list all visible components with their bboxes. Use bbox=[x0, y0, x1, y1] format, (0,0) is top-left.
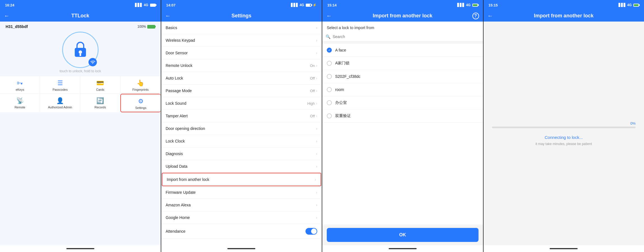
diagnosis-right: › bbox=[316, 151, 317, 156]
records-label: Records bbox=[94, 106, 106, 109]
nav-item-passcodes[interactable]: ☰ Passcodes bbox=[40, 76, 80, 94]
header-title-1: TTLock bbox=[71, 13, 89, 19]
google-right: › bbox=[316, 215, 317, 220]
lock-item-a-home[interactable]: A家门锁 bbox=[322, 57, 483, 70]
import-from-lock-label: Import from another lock bbox=[167, 177, 209, 182]
network-type-3: 4G bbox=[466, 3, 470, 7]
lock-item-office[interactable]: 办公室 bbox=[322, 96, 483, 109]
progress-percent: 0% bbox=[630, 121, 636, 125]
help-button-3[interactable]: ? bbox=[472, 13, 479, 19]
door-sensor-label: Door Sensor bbox=[166, 51, 188, 55]
nav-item-ekeys[interactable]: 🗝 eKeys bbox=[0, 76, 40, 94]
auto-lock-label: Auto Lock bbox=[166, 76, 183, 80]
search-bar: 🔍 bbox=[322, 32, 483, 41]
nav-item-fingerprints[interactable]: 👆 Fingerprints bbox=[120, 76, 160, 94]
ekeys-label: eKeys bbox=[16, 88, 24, 91]
settings-item-lock-clock[interactable]: Lock Clock › bbox=[161, 135, 322, 148]
lightning-icon-2: ⚡ bbox=[312, 3, 317, 7]
back-button-3[interactable]: ← bbox=[326, 13, 332, 19]
nav-item-remote[interactable]: 📡 Remote bbox=[0, 94, 40, 112]
network-type-4: 4G bbox=[627, 3, 632, 7]
nav-item-records[interactable]: 🔄 Records bbox=[80, 94, 120, 112]
search-icon: 🔍 bbox=[326, 34, 330, 39]
nav-item-cards[interactable]: 💳 Cards bbox=[80, 76, 120, 94]
screen1-ttlock-home: 16:24 ▋▋▋ 4G ← TTLock H31_d55bdf 100% bbox=[0, 0, 161, 252]
lock-item-s202f-label: S202F_cf38dc bbox=[335, 74, 360, 79]
radio-s202f[interactable] bbox=[327, 74, 332, 79]
wireless-keypad-right: › bbox=[316, 38, 317, 43]
settings-list: Basics › Wireless Keypad › Door Sensor ›… bbox=[161, 22, 322, 245]
settings-item-amazon-alexa[interactable]: Amazon Alexa › bbox=[161, 199, 322, 211]
nav-item-authorized-admin[interactable]: 👤 Authorized Admin bbox=[40, 94, 80, 112]
lock-item-dual-auth[interactable]: 双重验证 bbox=[322, 109, 483, 123]
settings-item-attendance[interactable]: Attendance bbox=[161, 224, 322, 239]
back-button-4[interactable]: ← bbox=[487, 13, 493, 19]
settings-item-auto-lock[interactable]: Auto Lock Off › bbox=[161, 72, 322, 85]
battery-fill-2 bbox=[306, 4, 310, 6]
authorized-admin-label: Authorized Admin bbox=[48, 106, 72, 109]
lock-visual[interactable] bbox=[62, 32, 99, 68]
lock-item-a-face[interactable]: A face bbox=[322, 44, 483, 57]
fingerprints-icon: 👆 bbox=[137, 80, 144, 87]
settings-icon: ⚙ bbox=[138, 98, 144, 105]
header-title-4: Import from another lock bbox=[534, 13, 594, 19]
tamper-alert-label: Tamper Alert bbox=[166, 114, 188, 118]
lock-clock-right: › bbox=[316, 139, 317, 143]
svg-rect-2 bbox=[80, 54, 81, 56]
cards-icon: 💳 bbox=[96, 80, 104, 87]
attendance-toggle[interactable] bbox=[305, 228, 317, 235]
remote-label: Remote bbox=[15, 106, 25, 109]
settings-item-remote-unlock[interactable]: Remote Unlock On › bbox=[161, 59, 322, 72]
upload-data-label: Upload Data bbox=[166, 164, 188, 169]
home-indicator-2 bbox=[161, 245, 322, 252]
radio-a-home[interactable] bbox=[327, 61, 332, 66]
settings-item-firmware-update[interactable]: Firmware Update › bbox=[161, 186, 322, 199]
radio-office[interactable] bbox=[327, 100, 332, 105]
battery-fill-3 bbox=[473, 4, 477, 6]
battery-icon-3 bbox=[472, 4, 478, 7]
basics-chevron: › bbox=[316, 25, 317, 30]
settings-item-tamper-alert[interactable]: Tamper Alert Off › bbox=[161, 110, 322, 122]
settings-item-wireless-keypad[interactable]: Wireless Keypad › bbox=[161, 34, 322, 47]
back-button-1[interactable]: ← bbox=[4, 13, 10, 19]
tamper-alert-chevron: › bbox=[316, 114, 317, 118]
radio-a-face[interactable] bbox=[327, 48, 332, 53]
lock-svg-icon bbox=[71, 40, 90, 60]
back-button-2[interactable]: ← bbox=[165, 13, 171, 19]
settings-item-basics[interactable]: Basics › bbox=[161, 22, 322, 34]
door-opening-direction-label: Door opening direction bbox=[166, 126, 205, 131]
lock-sound-label: Lock Sound bbox=[166, 101, 186, 106]
settings-item-import-from-lock[interactable]: Import from another lock › bbox=[162, 173, 321, 186]
lock-item-s202f[interactable]: S202F_cf38dc bbox=[322, 70, 483, 83]
nav-row2: 📡 Remote 👤 Authorized Admin 🔄 Records ⚙ … bbox=[0, 94, 161, 112]
lock-item-a-home-label: A家门锁 bbox=[335, 61, 349, 66]
import-select-body: Select a lock to import from 🔍 A face A家… bbox=[322, 22, 483, 245]
remote-unlock-value: On bbox=[310, 64, 315, 68]
ok-button[interactable]: OK bbox=[327, 228, 479, 242]
passage-mode-chevron: › bbox=[316, 88, 317, 93]
search-input[interactable] bbox=[333, 34, 480, 39]
passcodes-icon: ☰ bbox=[57, 80, 63, 87]
settings-item-door-opening-direction[interactable]: Door opening direction › bbox=[161, 122, 322, 135]
remote-unlock-right: On › bbox=[310, 63, 317, 68]
lock-info: H31_d55bdf 100% bbox=[0, 22, 161, 29]
network-type-2: 4G bbox=[300, 3, 304, 7]
settings-item-lock-sound[interactable]: Lock Sound High › bbox=[161, 97, 322, 110]
settings-item-door-sensor[interactable]: Door Sensor › bbox=[161, 47, 322, 59]
upload-data-chevron: › bbox=[316, 164, 317, 169]
google-chevron: › bbox=[316, 215, 317, 220]
import-subtitle: Select a lock to import from bbox=[322, 22, 483, 32]
nav-item-settings[interactable]: ⚙ Settings bbox=[120, 94, 160, 112]
radio-dual-auth[interactable] bbox=[327, 113, 332, 118]
firmware-right: › bbox=[316, 190, 317, 195]
settings-item-diagnosis[interactable]: Diagnosis › bbox=[161, 148, 322, 160]
firmware-chevron: › bbox=[316, 190, 317, 195]
radio-room[interactable] bbox=[327, 87, 332, 92]
settings-item-passage-mode[interactable]: Passage Mode Off › bbox=[161, 85, 322, 97]
nav-row1: 🗝 eKeys ☰ Passcodes 💳 Cards 👆 Fingerprin… bbox=[0, 76, 161, 94]
lock-item-room[interactable]: room bbox=[322, 83, 483, 96]
settings-item-google-home[interactable]: Google Home › bbox=[161, 211, 322, 224]
settings-item-upload-data[interactable]: Upload Data › bbox=[161, 160, 322, 173]
signal-icon-3: ▋▋▋ bbox=[457, 3, 465, 7]
amazon-chevron: › bbox=[316, 203, 317, 207]
